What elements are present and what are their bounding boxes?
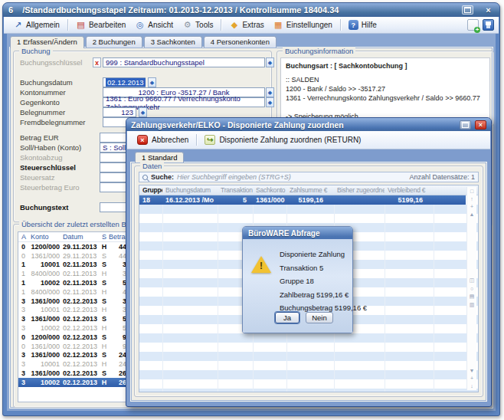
cell-s: H bbox=[100, 360, 109, 368]
restore-icon[interactable] bbox=[462, 5, 473, 15]
buchungsschluessel-field[interactable]: 999 : Standardbuchungsstapel bbox=[103, 57, 265, 67]
menu-label: Hilfe bbox=[362, 21, 377, 29]
grid-col-7[interactable]: Verbleibend € bbox=[385, 186, 434, 194]
grid-col-1[interactable]: Gruppe bbox=[139, 186, 162, 194]
cell-datum: 02.12.2013 bbox=[63, 343, 98, 350]
tab-3[interactable]: 3 Sachkonten bbox=[144, 36, 202, 48]
dialog-close-icon[interactable]: × bbox=[475, 120, 486, 130]
gegenkonto-field[interactable]: 1361 : Euro 9660.77 / Verrechnungskonto … bbox=[103, 97, 265, 107]
buchungsart-line: Buchungsart : [ Sachkontobuchung ] bbox=[286, 61, 485, 71]
cell-konto: 1361/000 bbox=[28, 252, 60, 260]
zoom-plus-icon[interactable]: + bbox=[470, 204, 473, 209]
buchungsschluessel-label: Buchungsschlüssel bbox=[20, 58, 82, 67]
menu-extras[interactable]: ◆Extras bbox=[224, 19, 268, 31]
menu-label: Allgemein bbox=[26, 21, 60, 29]
search-icon[interactable]: ○ bbox=[470, 286, 473, 291]
cell-s: S bbox=[100, 279, 109, 287]
buchungsdatum-field[interactable]: 02.12.2013 bbox=[103, 77, 146, 87]
menu-label: Tools bbox=[195, 21, 213, 29]
bueroware-abfrage-modal: BüroWARE Abfrage ! Disponierte ZahlungTr… bbox=[242, 226, 353, 333]
modal-titlebar: BüroWARE Abfrage bbox=[243, 227, 352, 239]
scroll-bottom-icon[interactable]: ↓ bbox=[470, 383, 473, 389]
grid-col-4[interactable]: Sachkonto bbox=[253, 186, 286, 194]
spinner-icon[interactable]: ◆ bbox=[148, 77, 156, 87]
cell-a: 3 bbox=[21, 306, 28, 313]
grid-col-3[interactable]: Transaktion bbox=[218, 186, 253, 194]
spinner-icon[interactable]: ◆ bbox=[139, 107, 147, 117]
tab-4[interactable]: 4 Personenkonten bbox=[204, 36, 277, 48]
menu-hilfe[interactable]: ?Hilfe bbox=[344, 18, 381, 31]
new-document-icon[interactable] bbox=[467, 19, 479, 31]
info-line bbox=[286, 103, 485, 112]
grid-row[interactable]: 1816.12.2013 /Mo51361/0005199,165199,16 bbox=[139, 195, 466, 205]
warning-icon: ! bbox=[251, 256, 271, 274]
tab-1[interactable]: 1 Erfassen/Ändern bbox=[10, 36, 84, 48]
dropdown-spinner-icon[interactable]: ◆ bbox=[266, 57, 274, 67]
assign-arrow-icon: ↪ bbox=[205, 135, 215, 145]
clear-x-icon[interactable]: x bbox=[93, 57, 101, 67]
dropdown-spinner-icon[interactable]: ◆ bbox=[266, 97, 274, 107]
dialog-restore-icon[interactable] bbox=[460, 120, 471, 130]
grid-icon[interactable]: ▤ bbox=[470, 294, 475, 300]
col-header-konto: Konto bbox=[28, 233, 60, 241]
modal-line: Buchungsbetrag 5199,16 € bbox=[280, 304, 367, 312]
menu-tools[interactable]: ⚙Tools bbox=[178, 19, 218, 31]
cell-datum: 02.11.2013 bbox=[63, 270, 98, 277]
belegnummer-field[interactable]: 123 bbox=[103, 107, 136, 117]
zuordnen-button[interactable]: ↪ Disponierte Zahlung zuordnen (RETURN) bbox=[200, 133, 365, 146]
tab-2[interactable]: 2 Buchungen bbox=[86, 36, 142, 48]
ja-button[interactable]: Ja bbox=[275, 312, 299, 323]
cell-konto: 10001 bbox=[28, 360, 60, 368]
grid-col-6[interactable]: Bisher zugeordnet bbox=[334, 186, 385, 194]
cell-s: H bbox=[100, 306, 109, 313]
steuerbetrag-label: Steuerbetrag Euro bbox=[20, 183, 80, 192]
cell-datum: 02.12.2013 bbox=[63, 369, 98, 377]
filter-icon[interactable]: ▥ bbox=[470, 302, 475, 308]
modal-body: ! Disponierte ZahlungTransaktion 5Gruppe… bbox=[243, 239, 352, 333]
cell-a: 3 bbox=[21, 324, 28, 332]
folder-icon[interactable]: □ bbox=[470, 189, 473, 194]
save-icon[interactable] bbox=[483, 19, 494, 31]
menu-einstellungen[interactable]: ▦Einstellungen bbox=[269, 19, 337, 31]
cell-datum: 29.11.2013 bbox=[63, 243, 98, 251]
abbrechen-button[interactable]: × Abbrechen bbox=[133, 133, 193, 146]
modal-line: Disponierte Zahlung bbox=[280, 250, 345, 258]
scroll-down-icon[interactable]: ▼ bbox=[470, 368, 475, 373]
search-bar[interactable]: Suche: Hier Suchbegriff eingeben (STRG+S… bbox=[139, 172, 479, 182]
form-row-belegnummer: Belegnummer123◆ bbox=[14, 107, 271, 117]
cell-a: 3 bbox=[21, 351, 28, 359]
buchungstext-label: Buchungstext bbox=[20, 203, 68, 212]
cell-a: 0 bbox=[21, 343, 28, 350]
menu-allgemein[interactable]: ↗Allgemein bbox=[8, 19, 64, 31]
nein-button[interactable]: Nein bbox=[306, 312, 333, 323]
cell-a: 3 bbox=[21, 379, 28, 386]
form-row-gegenkonto: Gegenkonto1361 : Euro 9660.77 / Verrechn… bbox=[14, 97, 271, 107]
grid-col-5[interactable]: Zahlsumme € bbox=[286, 186, 334, 194]
scroll-top-icon[interactable]: ↑ bbox=[470, 196, 473, 202]
info-line: 1200 - Bank / Saldo >> -3517.27 bbox=[286, 84, 485, 94]
menu-ansicht[interactable]: ◎Ansicht bbox=[130, 19, 178, 31]
cell-a: 1 bbox=[21, 270, 28, 277]
grid-col-2[interactable]: Buchungsdatum bbox=[162, 186, 218, 194]
scroll-up-icon[interactable]: ▲ bbox=[470, 212, 475, 217]
group-daten-label: Daten bbox=[140, 162, 164, 170]
menu-bearbeiten[interactable]: ▤Bearbeiten bbox=[71, 19, 130, 31]
record-count: Anzahl Datensätze: 1 bbox=[409, 173, 475, 181]
cell-konto: 1361/000 bbox=[28, 351, 60, 359]
dialog-tab-standard[interactable]: 1 Standard bbox=[135, 152, 184, 162]
cell-a: 1 bbox=[21, 261, 28, 268]
edit-icon: ▤ bbox=[76, 21, 86, 29]
abbrechen-label: Abbrechen bbox=[152, 136, 188, 144]
cell-datum: 02.12.2013 bbox=[63, 379, 98, 386]
view-icon: ◎ bbox=[135, 21, 145, 29]
cell-s: H bbox=[100, 243, 109, 251]
plus-icon[interactable]: + bbox=[470, 376, 473, 381]
dialog-title: Zahlungsverkehr/ELKO - Disponierte Zahlu… bbox=[131, 120, 344, 130]
modal-line: Transaktion 5 bbox=[280, 264, 323, 272]
panel-icon[interactable]: ◫ bbox=[470, 277, 475, 284]
cell-konto: 8400/000 bbox=[28, 270, 60, 277]
cell-datum: 02.12.2013 bbox=[63, 360, 98, 368]
dropdown-spinner-icon[interactable]: ◆ bbox=[266, 87, 274, 97]
col-header-s: S bbox=[100, 233, 109, 241]
close-icon[interactable]: × bbox=[483, 5, 494, 15]
